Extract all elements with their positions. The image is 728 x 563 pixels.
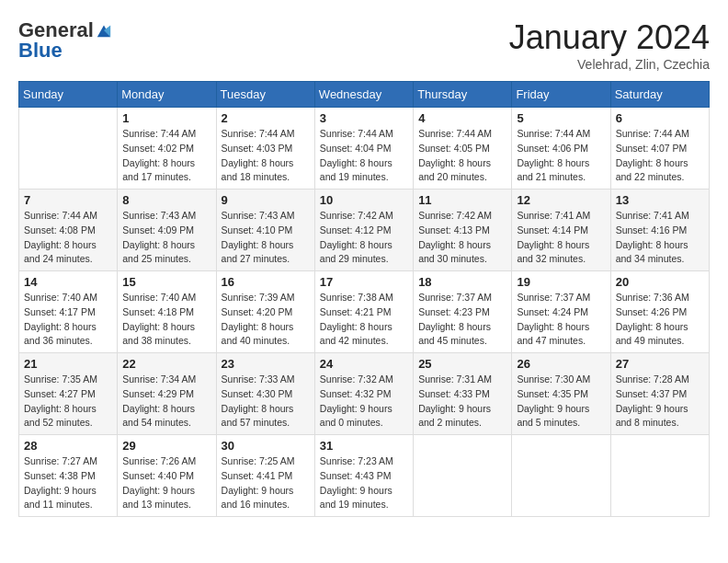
day-number: 6	[616, 111, 704, 125]
day-number: 2	[222, 111, 310, 125]
day-info: Sunrise: 7:38 AMSunset: 4:21 PMDaylight:…	[320, 291, 408, 349]
calendar-cell: 14Sunrise: 7:40 AMSunset: 4:17 PMDayligh…	[19, 271, 118, 353]
day-info: Sunrise: 7:44 AMSunset: 4:06 PMDaylight:…	[517, 127, 605, 185]
day-info: Sunrise: 7:23 AMSunset: 4:43 PMDaylight:…	[320, 454, 408, 512]
day-number: 5	[517, 111, 605, 125]
calendar-cell: 9Sunrise: 7:43 AMSunset: 4:10 PMDaylight…	[216, 190, 314, 271]
calendar-cell: 16Sunrise: 7:39 AMSunset: 4:20 PMDayligh…	[216, 271, 314, 353]
day-info: Sunrise: 7:25 AMSunset: 4:41 PMDaylight:…	[222, 454, 310, 512]
calendar-week-2: 14Sunrise: 7:40 AMSunset: 4:17 PMDayligh…	[19, 271, 710, 353]
day-number: 18	[418, 275, 506, 289]
calendar-cell: 13Sunrise: 7:41 AMSunset: 4:16 PMDayligh…	[610, 190, 709, 271]
day-info: Sunrise: 7:28 AMSunset: 4:37 PMDaylight:…	[616, 373, 704, 431]
location: Velehrad, Zlin, Czechia	[509, 57, 710, 72]
col-friday: Friday	[512, 82, 610, 108]
day-info: Sunrise: 7:44 AMSunset: 4:04 PMDaylight:…	[320, 127, 408, 185]
day-number: 21	[24, 357, 112, 371]
weekday-row: Sunday Monday Tuesday Wednesday Thursday…	[19, 82, 710, 108]
col-sunday: Sunday	[19, 82, 118, 108]
day-number: 22	[122, 357, 210, 371]
calendar-cell: 15Sunrise: 7:40 AMSunset: 4:18 PMDayligh…	[118, 271, 216, 353]
day-number: 7	[24, 193, 112, 207]
calendar-cell: 20Sunrise: 7:36 AMSunset: 4:26 PMDayligh…	[610, 271, 709, 353]
page-header: General Blue January 2024 Velehrad, Zlin…	[18, 18, 710, 72]
calendar-week-1: 7Sunrise: 7:44 AMSunset: 4:08 PMDaylight…	[19, 190, 710, 271]
day-info: Sunrise: 7:32 AMSunset: 4:32 PMDaylight:…	[320, 373, 408, 431]
day-number: 12	[517, 193, 605, 207]
calendar-cell: 29Sunrise: 7:26 AMSunset: 4:40 PMDayligh…	[118, 435, 216, 517]
calendar-cell: 4Sunrise: 7:44 AMSunset: 4:05 PMDaylight…	[414, 108, 512, 190]
day-number: 23	[222, 357, 310, 371]
day-info: Sunrise: 7:34 AMSunset: 4:29 PMDaylight:…	[122, 373, 210, 431]
calendar-body: 1Sunrise: 7:44 AMSunset: 4:02 PMDaylight…	[19, 108, 710, 517]
day-info: Sunrise: 7:44 AMSunset: 4:08 PMDaylight:…	[24, 209, 112, 267]
day-info: Sunrise: 7:37 AMSunset: 4:24 PMDaylight:…	[517, 291, 605, 349]
day-info: Sunrise: 7:42 AMSunset: 4:13 PMDaylight:…	[418, 209, 506, 267]
day-info: Sunrise: 7:44 AMSunset: 4:03 PMDaylight:…	[222, 127, 310, 185]
day-number: 28	[24, 439, 112, 453]
calendar-cell: 7Sunrise: 7:44 AMSunset: 4:08 PMDaylight…	[19, 190, 118, 271]
calendar-cell	[512, 435, 610, 517]
calendar-cell: 27Sunrise: 7:28 AMSunset: 4:37 PMDayligh…	[610, 353, 709, 435]
day-info: Sunrise: 7:44 AMSunset: 4:05 PMDaylight:…	[418, 127, 506, 185]
day-info: Sunrise: 7:44 AMSunset: 4:02 PMDaylight:…	[122, 127, 210, 185]
day-info: Sunrise: 7:42 AMSunset: 4:12 PMDaylight:…	[320, 209, 408, 267]
day-number: 31	[320, 439, 408, 453]
day-number: 29	[122, 439, 210, 453]
day-info: Sunrise: 7:27 AMSunset: 4:38 PMDaylight:…	[24, 454, 112, 512]
day-number: 17	[320, 275, 408, 289]
day-number: 1	[122, 111, 210, 125]
day-number: 13	[616, 193, 704, 207]
day-number: 25	[418, 357, 506, 371]
day-number: 15	[122, 275, 210, 289]
day-number: 24	[320, 357, 408, 371]
day-number: 16	[222, 275, 310, 289]
calendar-cell: 11Sunrise: 7:42 AMSunset: 4:13 PMDayligh…	[414, 190, 512, 271]
calendar-cell: 30Sunrise: 7:25 AMSunset: 4:41 PMDayligh…	[216, 435, 314, 517]
day-number: 10	[320, 193, 408, 207]
calendar-cell: 21Sunrise: 7:35 AMSunset: 4:27 PMDayligh…	[19, 353, 118, 435]
calendar-cell: 5Sunrise: 7:44 AMSunset: 4:06 PMDaylight…	[512, 108, 610, 190]
col-wednesday: Wednesday	[314, 82, 413, 108]
calendar-header: Sunday Monday Tuesday Wednesday Thursday…	[19, 82, 710, 108]
calendar-cell: 12Sunrise: 7:41 AMSunset: 4:14 PMDayligh…	[512, 190, 610, 271]
calendar-week-0: 1Sunrise: 7:44 AMSunset: 4:02 PMDaylight…	[19, 108, 710, 190]
day-info: Sunrise: 7:43 AMSunset: 4:09 PMDaylight:…	[122, 209, 210, 267]
day-number: 4	[418, 111, 506, 125]
calendar-cell: 6Sunrise: 7:44 AMSunset: 4:07 PMDaylight…	[610, 108, 709, 190]
day-info: Sunrise: 7:40 AMSunset: 4:18 PMDaylight:…	[122, 291, 210, 349]
calendar-cell	[414, 435, 512, 517]
calendar-cell: 2Sunrise: 7:44 AMSunset: 4:03 PMDaylight…	[216, 108, 314, 190]
day-number: 19	[517, 275, 605, 289]
calendar-cell: 26Sunrise: 7:30 AMSunset: 4:35 PMDayligh…	[512, 353, 610, 435]
day-info: Sunrise: 7:44 AMSunset: 4:07 PMDaylight:…	[616, 127, 704, 185]
month-title: January 2024	[509, 18, 710, 57]
day-info: Sunrise: 7:40 AMSunset: 4:17 PMDaylight:…	[24, 291, 112, 349]
day-number: 26	[517, 357, 605, 371]
day-number: 3	[320, 111, 408, 125]
calendar-cell	[610, 435, 709, 517]
calendar-cell: 22Sunrise: 7:34 AMSunset: 4:29 PMDayligh…	[118, 353, 216, 435]
day-info: Sunrise: 7:33 AMSunset: 4:30 PMDaylight:…	[222, 373, 310, 431]
col-thursday: Thursday	[414, 82, 512, 108]
day-info: Sunrise: 7:26 AMSunset: 4:40 PMDaylight:…	[122, 454, 210, 512]
day-number: 30	[222, 439, 310, 453]
logo-blue: Blue	[18, 39, 63, 63]
calendar-cell: 8Sunrise: 7:43 AMSunset: 4:09 PMDaylight…	[118, 190, 216, 271]
day-info: Sunrise: 7:36 AMSunset: 4:26 PMDaylight:…	[616, 291, 704, 349]
col-tuesday: Tuesday	[216, 82, 314, 108]
calendar-cell: 17Sunrise: 7:38 AMSunset: 4:21 PMDayligh…	[314, 271, 413, 353]
day-info: Sunrise: 7:31 AMSunset: 4:33 PMDaylight:…	[418, 373, 506, 431]
title-block: January 2024 Velehrad, Zlin, Czechia	[509, 18, 710, 72]
day-info: Sunrise: 7:41 AMSunset: 4:14 PMDaylight:…	[517, 209, 605, 267]
calendar-table: Sunday Monday Tuesday Wednesday Thursday…	[18, 81, 710, 517]
calendar-week-4: 28Sunrise: 7:27 AMSunset: 4:38 PMDayligh…	[19, 435, 710, 517]
day-number: 8	[122, 193, 210, 207]
day-info: Sunrise: 7:35 AMSunset: 4:27 PMDaylight:…	[24, 373, 112, 431]
calendar-cell: 10Sunrise: 7:42 AMSunset: 4:12 PMDayligh…	[314, 190, 413, 271]
calendar-cell	[19, 108, 118, 190]
calendar-cell: 1Sunrise: 7:44 AMSunset: 4:02 PMDaylight…	[118, 108, 216, 190]
day-number: 20	[616, 275, 704, 289]
day-info: Sunrise: 7:39 AMSunset: 4:20 PMDaylight:…	[222, 291, 310, 349]
col-monday: Monday	[118, 82, 216, 108]
